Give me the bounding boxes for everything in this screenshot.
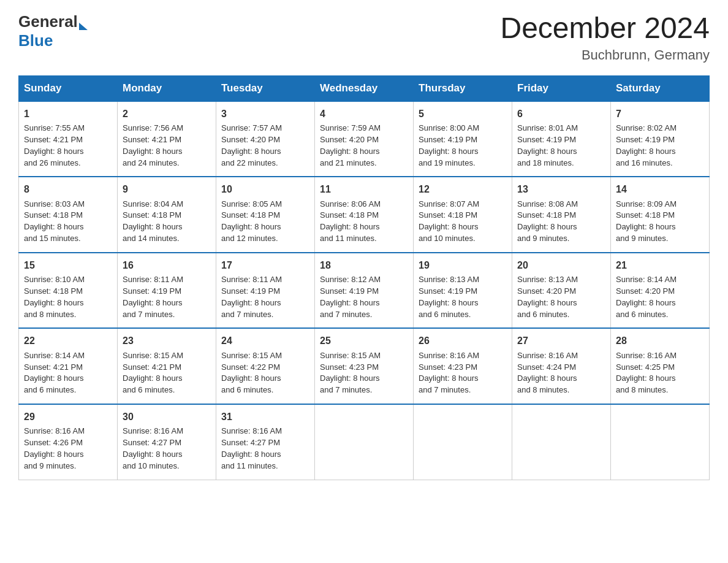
logo-general: General — [18, 12, 78, 31]
day-info: Sunrise: 8:13 AMSunset: 4:19 PMDaylight:… — [419, 274, 507, 320]
day-number: 23 — [123, 334, 211, 348]
day-info: Sunrise: 8:16 AMSunset: 4:25 PMDaylight:… — [616, 350, 704, 396]
day-info: Sunrise: 8:05 AMSunset: 4:18 PMDaylight:… — [221, 199, 309, 245]
day-info: Sunrise: 8:08 AMSunset: 4:18 PMDaylight:… — [517, 199, 605, 245]
calendar-cell: 22Sunrise: 8:14 AMSunset: 4:21 PMDayligh… — [19, 328, 118, 404]
day-number: 6 — [517, 107, 605, 121]
day-number: 29 — [24, 410, 112, 424]
day-info: Sunrise: 7:56 AMSunset: 4:21 PMDaylight:… — [123, 123, 211, 169]
day-number: 2 — [123, 107, 211, 121]
day-info: Sunrise: 7:55 AMSunset: 4:21 PMDaylight:… — [24, 123, 112, 169]
day-info: Sunrise: 8:02 AMSunset: 4:19 PMDaylight:… — [616, 123, 704, 169]
calendar-cell: 8Sunrise: 8:03 AMSunset: 4:18 PMDaylight… — [19, 177, 118, 253]
calendar-cell: 4Sunrise: 7:59 AMSunset: 4:20 PMDaylight… — [315, 101, 414, 177]
calendar-week-row: 8Sunrise: 8:03 AMSunset: 4:18 PMDaylight… — [19, 177, 710, 253]
header-day-friday: Friday — [512, 75, 611, 101]
calendar-cell: 17Sunrise: 8:11 AMSunset: 4:19 PMDayligh… — [216, 253, 315, 329]
day-info: Sunrise: 8:16 AMSunset: 4:23 PMDaylight:… — [419, 350, 507, 396]
calendar-cell: 15Sunrise: 8:10 AMSunset: 4:18 PMDayligh… — [19, 253, 118, 329]
calendar-cell: 7Sunrise: 8:02 AMSunset: 4:19 PMDaylight… — [611, 101, 710, 177]
header-day-thursday: Thursday — [414, 75, 512, 101]
day-number: 1 — [24, 107, 112, 121]
day-info: Sunrise: 8:03 AMSunset: 4:18 PMDaylight:… — [24, 199, 112, 245]
day-number: 9 — [123, 182, 211, 196]
calendar-cell: 13Sunrise: 8:08 AMSunset: 4:18 PMDayligh… — [512, 177, 611, 253]
calendar-week-row: 29Sunrise: 8:16 AMSunset: 4:26 PMDayligh… — [19, 404, 710, 480]
calendar-cell: 10Sunrise: 8:05 AMSunset: 4:18 PMDayligh… — [216, 177, 315, 253]
calendar-cell: 29Sunrise: 8:16 AMSunset: 4:26 PMDayligh… — [19, 404, 118, 480]
calendar-cell: 9Sunrise: 8:04 AMSunset: 4:18 PMDaylight… — [118, 177, 216, 253]
day-number: 13 — [517, 182, 605, 196]
day-number: 3 — [221, 107, 309, 121]
day-info: Sunrise: 8:14 AMSunset: 4:20 PMDaylight:… — [616, 274, 704, 320]
calendar-cell: 6Sunrise: 8:01 AMSunset: 4:19 PMDaylight… — [512, 101, 611, 177]
calendar-cell: 24Sunrise: 8:15 AMSunset: 4:22 PMDayligh… — [216, 328, 315, 404]
title-block: December 2024 Buchbrunn, Germany — [500, 12, 710, 63]
day-number: 21 — [616, 258, 704, 272]
calendar-cell: 16Sunrise: 8:11 AMSunset: 4:19 PMDayligh… — [118, 253, 216, 329]
calendar-header-row: SundayMondayTuesdayWednesdayThursdayFrid… — [19, 75, 710, 101]
header-day-wednesday: Wednesday — [315, 75, 414, 101]
day-number: 5 — [419, 107, 507, 121]
calendar-cell: 31Sunrise: 8:16 AMSunset: 4:27 PMDayligh… — [216, 404, 315, 480]
day-number: 25 — [320, 334, 408, 348]
day-info: Sunrise: 8:16 AMSunset: 4:27 PMDaylight:… — [123, 426, 211, 472]
day-number: 27 — [517, 334, 605, 348]
day-number: 12 — [419, 182, 507, 196]
day-number: 19 — [419, 258, 507, 272]
day-info: Sunrise: 8:15 AMSunset: 4:23 PMDaylight:… — [320, 350, 408, 396]
day-number: 14 — [616, 182, 704, 196]
calendar-cell — [315, 404, 414, 480]
day-info: Sunrise: 8:16 AMSunset: 4:27 PMDaylight:… — [221, 426, 309, 472]
calendar-cell: 25Sunrise: 8:15 AMSunset: 4:23 PMDayligh… — [315, 328, 414, 404]
day-number: 24 — [221, 334, 309, 348]
page-title: December 2024 — [500, 12, 710, 45]
calendar-cell: 26Sunrise: 8:16 AMSunset: 4:23 PMDayligh… — [414, 328, 512, 404]
calendar-cell: 21Sunrise: 8:14 AMSunset: 4:20 PMDayligh… — [611, 253, 710, 329]
page-header: General Blue December 2024 Buchbrunn, Ge… — [18, 12, 710, 63]
logo-triangle-icon — [79, 23, 88, 30]
day-number: 18 — [320, 258, 408, 272]
day-number: 31 — [221, 410, 309, 424]
calendar-cell: 12Sunrise: 8:07 AMSunset: 4:18 PMDayligh… — [414, 177, 512, 253]
day-number: 10 — [221, 182, 309, 196]
day-number: 22 — [24, 334, 112, 348]
calendar-cell — [414, 404, 512, 480]
calendar-cell: 28Sunrise: 8:16 AMSunset: 4:25 PMDayligh… — [611, 328, 710, 404]
header-day-sunday: Sunday — [19, 75, 118, 101]
day-number: 16 — [123, 258, 211, 272]
calendar-cell: 5Sunrise: 8:00 AMSunset: 4:19 PMDaylight… — [414, 101, 512, 177]
calendar-cell — [512, 404, 611, 480]
day-number: 8 — [24, 182, 112, 196]
day-info: Sunrise: 8:14 AMSunset: 4:21 PMDaylight:… — [24, 350, 112, 396]
calendar-cell: 30Sunrise: 8:16 AMSunset: 4:27 PMDayligh… — [118, 404, 216, 480]
day-info: Sunrise: 8:15 AMSunset: 4:21 PMDaylight:… — [123, 350, 211, 396]
day-number: 28 — [616, 334, 704, 348]
day-number: 26 — [419, 334, 507, 348]
header-day-saturday: Saturday — [611, 75, 710, 101]
day-number: 30 — [123, 410, 211, 424]
calendar-table: SundayMondayTuesdayWednesdayThursdayFrid… — [18, 75, 710, 480]
calendar-cell: 11Sunrise: 8:06 AMSunset: 4:18 PMDayligh… — [315, 177, 414, 253]
calendar-cell: 2Sunrise: 7:56 AMSunset: 4:21 PMDaylight… — [118, 101, 216, 177]
day-info: Sunrise: 8:10 AMSunset: 4:18 PMDaylight:… — [24, 274, 112, 320]
day-number: 7 — [616, 107, 704, 121]
day-info: Sunrise: 8:12 AMSunset: 4:19 PMDaylight:… — [320, 274, 408, 320]
day-info: Sunrise: 8:01 AMSunset: 4:19 PMDaylight:… — [517, 123, 605, 169]
header-day-tuesday: Tuesday — [216, 75, 315, 101]
calendar-cell: 27Sunrise: 8:16 AMSunset: 4:24 PMDayligh… — [512, 328, 611, 404]
day-info: Sunrise: 7:57 AMSunset: 4:20 PMDaylight:… — [221, 123, 309, 169]
day-info: Sunrise: 8:11 AMSunset: 4:19 PMDaylight:… — [221, 274, 309, 320]
day-number: 15 — [24, 258, 112, 272]
day-info: Sunrise: 8:07 AMSunset: 4:18 PMDaylight:… — [419, 199, 507, 245]
calendar-cell: 23Sunrise: 8:15 AMSunset: 4:21 PMDayligh… — [118, 328, 216, 404]
day-info: Sunrise: 8:15 AMSunset: 4:22 PMDaylight:… — [221, 350, 309, 396]
day-info: Sunrise: 8:06 AMSunset: 4:18 PMDaylight:… — [320, 199, 408, 245]
calendar-cell: 3Sunrise: 7:57 AMSunset: 4:20 PMDaylight… — [216, 101, 315, 177]
day-info: Sunrise: 8:09 AMSunset: 4:18 PMDaylight:… — [616, 199, 704, 245]
day-info: Sunrise: 8:16 AMSunset: 4:26 PMDaylight:… — [24, 426, 112, 472]
day-number: 17 — [221, 258, 309, 272]
day-number: 20 — [517, 258, 605, 272]
header-day-monday: Monday — [118, 75, 216, 101]
calendar-cell: 18Sunrise: 8:12 AMSunset: 4:19 PMDayligh… — [315, 253, 414, 329]
